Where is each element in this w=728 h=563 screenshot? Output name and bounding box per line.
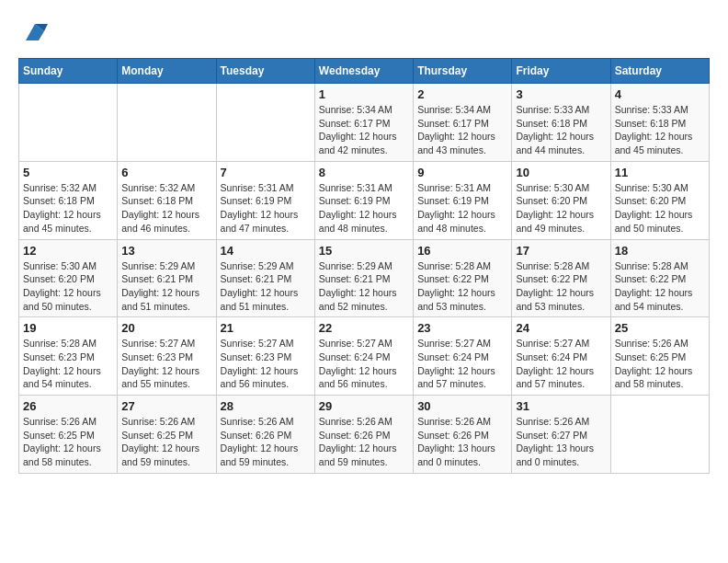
day-info: Sunrise: 5:34 AM Sunset: 6:17 PM Dayligh… bbox=[319, 103, 409, 157]
calendar-week-row: 26Sunrise: 5:26 AM Sunset: 6:25 PM Dayli… bbox=[19, 396, 710, 474]
logo-text bbox=[18, 18, 48, 49]
calendar-cell: 1Sunrise: 5:34 AM Sunset: 6:17 PM Daylig… bbox=[314, 84, 413, 162]
weekday-header-thursday: Thursday bbox=[414, 59, 512, 84]
weekday-header-saturday: Saturday bbox=[610, 59, 709, 84]
calendar-cell: 26Sunrise: 5:26 AM Sunset: 6:25 PM Dayli… bbox=[19, 396, 118, 474]
calendar-cell: 15Sunrise: 5:29 AM Sunset: 6:21 PM Dayli… bbox=[314, 239, 413, 317]
calendar-cell: 20Sunrise: 5:27 AM Sunset: 6:23 PM Dayli… bbox=[118, 317, 216, 396]
calendar-cell: 5Sunrise: 5:32 AM Sunset: 6:18 PM Daylig… bbox=[19, 161, 118, 239]
calendar-cell: 25Sunrise: 5:26 AM Sunset: 6:25 PM Dayli… bbox=[610, 317, 709, 396]
calendar-week-row: 5Sunrise: 5:32 AM Sunset: 6:18 PM Daylig… bbox=[19, 161, 710, 239]
day-info: Sunrise: 5:30 AM Sunset: 6:20 PM Dayligh… bbox=[516, 181, 606, 236]
day-info: Sunrise: 5:29 AM Sunset: 6:21 PM Dayligh… bbox=[221, 259, 311, 314]
day-info: Sunrise: 5:33 AM Sunset: 6:18 PM Dayligh… bbox=[615, 103, 705, 157]
calendar-cell: 9Sunrise: 5:31 AM Sunset: 6:19 PM Daylig… bbox=[414, 161, 512, 239]
calendar-cell bbox=[19, 84, 118, 162]
day-number: 6 bbox=[121, 166, 211, 179]
day-info: Sunrise: 5:27 AM Sunset: 6:23 PM Dayligh… bbox=[221, 337, 311, 391]
day-info: Sunrise: 5:26 AM Sunset: 6:25 PM Dayligh… bbox=[23, 415, 113, 469]
day-info: Sunrise: 5:28 AM Sunset: 6:22 PM Dayligh… bbox=[516, 259, 606, 314]
day-number: 31 bbox=[516, 399, 606, 413]
day-number: 16 bbox=[417, 244, 507, 258]
calendar-cell: 7Sunrise: 5:31 AM Sunset: 6:19 PM Daylig… bbox=[216, 161, 314, 239]
calendar-cell: 31Sunrise: 5:26 AM Sunset: 6:27 PM Dayli… bbox=[512, 396, 610, 474]
day-info: Sunrise: 5:26 AM Sunset: 6:26 PM Dayligh… bbox=[417, 415, 507, 469]
day-info: Sunrise: 5:26 AM Sunset: 6:26 PM Dayligh… bbox=[221, 415, 311, 469]
day-number: 1 bbox=[319, 87, 409, 101]
logo bbox=[18, 18, 48, 49]
weekday-header-monday: Monday bbox=[118, 59, 216, 84]
day-info: Sunrise: 5:27 AM Sunset: 6:23 PM Dayligh… bbox=[121, 337, 211, 391]
day-info: Sunrise: 5:26 AM Sunset: 6:25 PM Dayligh… bbox=[121, 415, 211, 469]
calendar-cell: 16Sunrise: 5:28 AM Sunset: 6:22 PM Dayli… bbox=[414, 239, 512, 317]
calendar-cell: 21Sunrise: 5:27 AM Sunset: 6:23 PM Dayli… bbox=[216, 317, 314, 396]
weekday-header-row: SundayMondayTuesdayWednesdayThursdayFrid… bbox=[19, 59, 710, 84]
day-info: Sunrise: 5:34 AM Sunset: 6:17 PM Dayligh… bbox=[417, 103, 507, 157]
page-header bbox=[18, 18, 710, 49]
day-number: 24 bbox=[516, 321, 606, 335]
day-info: Sunrise: 5:28 AM Sunset: 6:23 PM Dayligh… bbox=[23, 337, 113, 391]
calendar-cell: 8Sunrise: 5:31 AM Sunset: 6:19 PM Daylig… bbox=[314, 161, 413, 239]
day-number: 15 bbox=[319, 244, 409, 258]
weekday-header-friday: Friday bbox=[512, 59, 610, 84]
calendar-cell: 18Sunrise: 5:28 AM Sunset: 6:22 PM Dayli… bbox=[610, 239, 709, 317]
day-info: Sunrise: 5:26 AM Sunset: 6:27 PM Dayligh… bbox=[516, 415, 606, 469]
calendar-cell: 3Sunrise: 5:33 AM Sunset: 6:18 PM Daylig… bbox=[512, 84, 610, 162]
weekday-header-wednesday: Wednesday bbox=[314, 59, 413, 84]
day-info: Sunrise: 5:27 AM Sunset: 6:24 PM Dayligh… bbox=[516, 337, 606, 391]
day-number: 7 bbox=[221, 166, 311, 179]
calendar-cell bbox=[216, 84, 314, 162]
day-number: 19 bbox=[23, 321, 113, 335]
calendar-cell bbox=[118, 84, 216, 162]
calendar-week-row: 12Sunrise: 5:30 AM Sunset: 6:20 PM Dayli… bbox=[19, 239, 710, 317]
day-number: 11 bbox=[615, 166, 705, 179]
day-number: 21 bbox=[221, 321, 311, 335]
day-info: Sunrise: 5:31 AM Sunset: 6:19 PM Dayligh… bbox=[221, 181, 311, 236]
calendar-cell bbox=[610, 396, 709, 474]
day-info: Sunrise: 5:28 AM Sunset: 6:22 PM Dayligh… bbox=[417, 259, 507, 314]
day-number: 25 bbox=[615, 321, 705, 335]
day-info: Sunrise: 5:29 AM Sunset: 6:21 PM Dayligh… bbox=[319, 259, 409, 314]
day-info: Sunrise: 5:26 AM Sunset: 6:26 PM Dayligh… bbox=[319, 415, 409, 469]
day-info: Sunrise: 5:30 AM Sunset: 6:20 PM Dayligh… bbox=[23, 259, 113, 314]
calendar-cell: 17Sunrise: 5:28 AM Sunset: 6:22 PM Dayli… bbox=[512, 239, 610, 317]
day-number: 27 bbox=[121, 399, 211, 413]
calendar-cell: 29Sunrise: 5:26 AM Sunset: 6:26 PM Dayli… bbox=[314, 396, 413, 474]
day-number: 4 bbox=[615, 87, 705, 101]
day-number: 13 bbox=[121, 244, 211, 258]
weekday-header-sunday: Sunday bbox=[19, 59, 118, 84]
day-number: 20 bbox=[121, 321, 211, 335]
day-number: 26 bbox=[23, 399, 113, 413]
day-info: Sunrise: 5:33 AM Sunset: 6:18 PM Dayligh… bbox=[516, 103, 606, 157]
day-number: 12 bbox=[23, 244, 113, 258]
calendar-week-row: 19Sunrise: 5:28 AM Sunset: 6:23 PM Dayli… bbox=[19, 317, 710, 396]
logo-icon bbox=[22, 18, 48, 44]
calendar-cell: 11Sunrise: 5:30 AM Sunset: 6:20 PM Dayli… bbox=[610, 161, 709, 239]
day-number: 18 bbox=[615, 244, 705, 258]
calendar-cell: 14Sunrise: 5:29 AM Sunset: 6:21 PM Dayli… bbox=[216, 239, 314, 317]
calendar-cell: 24Sunrise: 5:27 AM Sunset: 6:24 PM Dayli… bbox=[512, 317, 610, 396]
day-number: 23 bbox=[417, 321, 507, 335]
day-number: 29 bbox=[319, 399, 409, 413]
calendar-cell: 23Sunrise: 5:27 AM Sunset: 6:24 PM Dayli… bbox=[414, 317, 512, 396]
day-info: Sunrise: 5:31 AM Sunset: 6:19 PM Dayligh… bbox=[417, 181, 507, 236]
calendar-cell: 6Sunrise: 5:32 AM Sunset: 6:18 PM Daylig… bbox=[118, 161, 216, 239]
day-number: 5 bbox=[23, 166, 113, 179]
calendar-cell: 28Sunrise: 5:26 AM Sunset: 6:26 PM Dayli… bbox=[216, 396, 314, 474]
day-info: Sunrise: 5:30 AM Sunset: 6:20 PM Dayligh… bbox=[615, 181, 705, 236]
calendar-cell: 13Sunrise: 5:29 AM Sunset: 6:21 PM Dayli… bbox=[118, 239, 216, 317]
calendar-cell: 30Sunrise: 5:26 AM Sunset: 6:26 PM Dayli… bbox=[414, 396, 512, 474]
day-number: 8 bbox=[319, 166, 409, 179]
day-number: 9 bbox=[417, 166, 507, 179]
day-info: Sunrise: 5:31 AM Sunset: 6:19 PM Dayligh… bbox=[319, 181, 409, 236]
day-number: 30 bbox=[417, 399, 507, 413]
day-number: 3 bbox=[516, 87, 606, 101]
day-number: 10 bbox=[516, 166, 606, 179]
day-number: 2 bbox=[417, 87, 507, 101]
day-info: Sunrise: 5:27 AM Sunset: 6:24 PM Dayligh… bbox=[319, 337, 409, 391]
day-info: Sunrise: 5:26 AM Sunset: 6:25 PM Dayligh… bbox=[615, 337, 705, 391]
day-number: 22 bbox=[319, 321, 409, 335]
calendar-cell: 22Sunrise: 5:27 AM Sunset: 6:24 PM Dayli… bbox=[314, 317, 413, 396]
day-number: 17 bbox=[516, 244, 606, 258]
calendar-cell: 10Sunrise: 5:30 AM Sunset: 6:20 PM Dayli… bbox=[512, 161, 610, 239]
